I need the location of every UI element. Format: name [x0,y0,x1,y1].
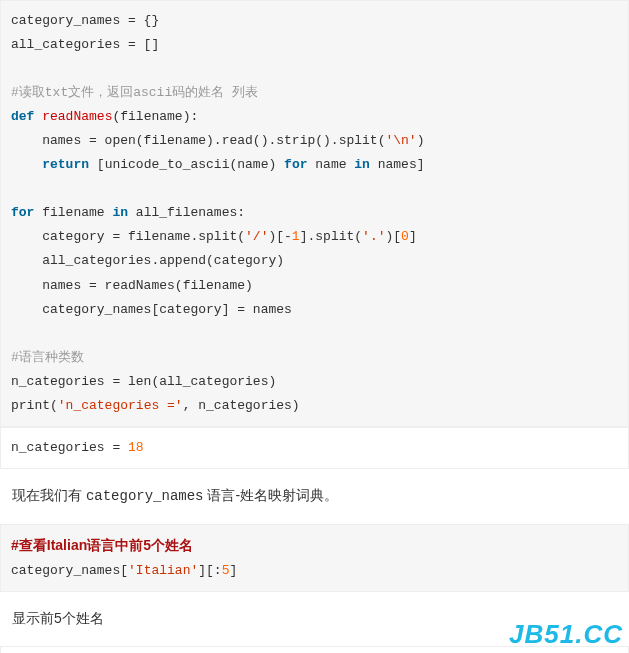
code-text: [unicode_to_ascii(name) [89,157,284,172]
string-literal: 'Italian' [128,563,198,578]
page-wrap: category_names = {} all_categories = [] … [0,0,629,653]
keyword-for: for [284,157,307,172]
code-line: category_names[category] = names [11,302,292,317]
keyword-in: in [112,205,128,220]
code-text: filename [34,205,112,220]
code-line: n_categories = len(all_categories) [11,374,276,389]
prose-1: 现在我们有 category_names 语言-姓名映射词典。 [0,469,629,524]
func-name: readNames [42,109,112,124]
code-text [11,157,42,172]
code-text: names = open(filename).read().strip().sp… [11,133,385,148]
code-line: category_names = {} [11,13,159,28]
inline-code: category_names [86,488,204,504]
code-text: ) [417,133,425,148]
output-text: n_categories = [11,440,128,455]
string-literal: '.' [362,229,385,244]
string-literal: '/' [245,229,268,244]
code-text: print( [11,398,58,413]
string-literal: '\n' [385,133,416,148]
output-block-2: ['Abandonato', 'Abatangelo', 'Abatantuon… [0,646,629,653]
number-literal: 1 [292,229,300,244]
prose-text: 显示前5个姓名 [12,610,104,626]
code-text: names] [370,157,425,172]
keyword-for: for [11,205,34,220]
string-literal: 'n_categories =' [58,398,183,413]
code-text: ] [409,229,417,244]
code-text: ].split( [300,229,362,244]
code-text: category = filename.split( [11,229,245,244]
keyword-return: return [42,157,89,172]
keyword-def: def [11,109,42,124]
code-block-1: category_names = {} all_categories = [] … [0,0,629,427]
code-line: names = readNames(filename) [11,278,253,293]
prose-text: 现在我们有 [12,487,86,503]
number-literal: 0 [401,229,409,244]
output-block-1: n_categories = 18 [0,427,629,469]
code-text: )[- [268,229,291,244]
code-line: all_categories.append(category) [11,253,284,268]
heading-comment: #查看Italian语言中前5个姓名 [11,537,193,553]
code-line: all_categories = [] [11,37,159,52]
code-text: category_names[ [11,563,128,578]
code-text: name [307,157,354,172]
prose-2: 显示前5个姓名 [0,592,629,646]
code-text: ] [229,563,237,578]
code-text: (filename): [112,109,198,124]
code-text: )[ [386,229,402,244]
code-comment: #语言种类数 [11,350,84,365]
prose-text: 语言-姓名映射词典。 [204,487,339,503]
code-text: , n_categories) [183,398,300,413]
code-text: all_filenames: [128,205,245,220]
code-comment: #读取txt文件，返回ascii码的姓名 列表 [11,85,258,100]
number-literal: 18 [128,440,144,455]
code-block-2: #查看Italian语言中前5个姓名 category_names['Itali… [0,524,629,592]
keyword-in: in [354,157,370,172]
code-text: ][: [198,563,221,578]
